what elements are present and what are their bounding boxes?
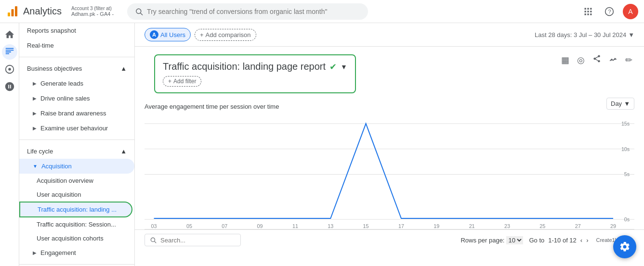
- rows-select[interactable]: 10 25 50: [506, 236, 523, 244]
- page-info: 1-10 of 12: [548, 237, 577, 244]
- drive-online-sales-item[interactable]: ▶ Drive online sales: [19, 91, 134, 106]
- traffic-acquisition-session-item[interactable]: Traffic acquisition: Session...: [19, 217, 134, 231]
- generate-leads-item[interactable]: ▶ Generate leads: [19, 76, 134, 91]
- dropdown-icon[interactable]: ▼: [341, 63, 347, 71]
- svg-text:27: 27: [575, 223, 581, 229]
- settings-fab[interactable]: [613, 235, 636, 258]
- svg-rect-12: [587, 13, 589, 15]
- svg-rect-7: [590, 8, 591, 9]
- user-acquisition-item[interactable]: User acquisition: [19, 188, 134, 202]
- svg-point-17: [8, 68, 11, 71]
- svg-rect-8: [585, 11, 586, 12]
- svg-rect-9: [587, 11, 589, 12]
- add-filter-button[interactable]: + Add filter: [163, 76, 201, 87]
- rows-per-page: Rows per page: 10 25 50: [460, 236, 525, 244]
- pagination: Go to 1-10 of 12 ‹ ›: [529, 237, 588, 244]
- raise-brand-awareness-item[interactable]: ▶ Raise brand awareness: [19, 106, 134, 121]
- svg-text:09: 09: [257, 223, 263, 229]
- chart-title: Average engagement time per session over…: [145, 99, 279, 112]
- day-selector[interactable]: Day ▼: [606, 98, 634, 110]
- report-header-box: Traffic acquisition: landing page report…: [154, 54, 356, 93]
- caret-right-icon-3: ▶: [33, 111, 37, 116]
- search-bar[interactable]: [127, 3, 368, 20]
- business-objectives-header[interactable]: Business objectives ▲: [19, 61, 134, 76]
- topbar: Analytics Account 3 (filter at) Adham.pk…: [0, 0, 644, 23]
- caret-right-icon-5: ▶: [33, 250, 37, 255]
- icon-sidebar: [0, 23, 19, 266]
- svg-rect-11: [585, 13, 586, 15]
- account-info: Account 3 (filter at) Adham.pk - GA4 -: [71, 6, 114, 17]
- acquisition-item[interactable]: ▼ Acquisition: [19, 159, 134, 174]
- all-users-chip[interactable]: A All Users: [145, 28, 191, 41]
- caret-right-icon: ▶: [33, 81, 37, 86]
- filter-plus-icon: +: [168, 78, 171, 85]
- svg-text:23: 23: [504, 223, 510, 229]
- chart-section: Average engagement time per session over…: [135, 99, 644, 229]
- chart-svg: 15s 10s 5s 0s 03 Jul 05 07 09 11 13: [145, 114, 634, 229]
- examine-user-behaviour-item[interactable]: ▶ Examine user behaviour: [19, 121, 134, 136]
- chevron-up-icon-2: ▲: [120, 148, 127, 155]
- bottom-search-icon: [150, 236, 157, 244]
- caret-right-icon-2: ▶: [33, 96, 37, 101]
- svg-text:15: 15: [363, 223, 369, 229]
- filter-bar: A All Users + Add comparison Last 28 day…: [135, 23, 644, 47]
- chart-line: [154, 124, 613, 218]
- reports-snapshot-label: Reports snapshot: [27, 27, 76, 34]
- trend-icon[interactable]: [607, 52, 619, 67]
- svg-rect-2: [15, 6, 17, 16]
- svg-text:?: ?: [608, 9, 611, 14]
- reports-nav-icon[interactable]: [2, 44, 17, 60]
- bar-chart-icon[interactable]: ▦: [559, 53, 571, 67]
- main-content: A All Users + Add comparison Last 28 day…: [135, 23, 644, 266]
- check-icon: ✔: [329, 62, 337, 72]
- acquisition-overview-item[interactable]: Acquisition overview: [19, 174, 134, 188]
- svg-text:07: 07: [222, 223, 227, 229]
- compare-icon[interactable]: ◎: [575, 53, 587, 67]
- main-layout: Reports snapshot Real-time Business obje…: [0, 23, 644, 266]
- svg-line-4: [141, 13, 143, 15]
- svg-text:05: 05: [186, 223, 192, 229]
- svg-rect-1: [12, 9, 14, 16]
- caret-right-icon-4: ▶: [33, 126, 37, 131]
- chart-container: 15s 10s 5s 0s 03 Jul 05 07 09 11 13: [145, 114, 634, 229]
- life-cycle-header[interactable]: Life cycle ▲: [19, 144, 134, 159]
- caret-down-icon: ▼: [33, 164, 38, 169]
- svg-rect-6: [587, 8, 589, 9]
- svg-rect-0: [8, 13, 10, 16]
- user-acquisition-cohorts-item[interactable]: User acquisition cohorts: [19, 231, 134, 245]
- advertising-nav-icon[interactable]: [2, 79, 17, 94]
- svg-text:5s: 5s: [624, 171, 630, 177]
- apps-button[interactable]: [580, 4, 596, 19]
- svg-text:Jul: Jul: [151, 228, 158, 229]
- date-range[interactable]: Last 28 days: 3 Jul – 30 Jul 2024 ▼: [535, 31, 634, 38]
- home-nav-icon[interactable]: [2, 27, 17, 42]
- avatar[interactable]: A: [623, 4, 638, 19]
- traffic-acquisition-landing-item[interactable]: Traffic acquisition: landing ...: [19, 202, 132, 217]
- search-input[interactable]: [147, 8, 360, 15]
- logo: Analytics: [6, 5, 62, 18]
- search-icon: [135, 7, 143, 16]
- edit-icon[interactable]: ✏: [623, 53, 634, 67]
- explore-nav-icon[interactable]: [2, 62, 17, 77]
- help-button[interactable]: ?: [602, 4, 617, 19]
- add-comparison-button[interactable]: + Add comparison: [195, 29, 256, 41]
- bottom-search[interactable]: [145, 234, 241, 246]
- bottom-search-input[interactable]: [160, 237, 236, 244]
- share-icon[interactable]: [591, 52, 603, 67]
- svg-text:19: 19: [434, 223, 439, 229]
- chart-toolbar: ▦ ◎ ✏: [559, 49, 634, 67]
- plus-icon: +: [200, 31, 204, 38]
- svg-text:17: 17: [398, 223, 404, 229]
- svg-text:25: 25: [539, 223, 545, 229]
- svg-rect-13: [590, 13, 591, 15]
- real-time-item[interactable]: Real-time: [19, 38, 134, 53]
- analytics-logo-icon: [6, 5, 19, 18]
- svg-text:0s: 0s: [624, 216, 630, 222]
- date-chevron-icon: ▼: [628, 31, 634, 38]
- reports-snapshot-item[interactable]: Reports snapshot: [19, 23, 134, 38]
- engagement-item[interactable]: ▶ Engagement: [19, 245, 134, 260]
- next-page-icon[interactable]: ›: [586, 237, 588, 244]
- prev-page-icon[interactable]: ‹: [580, 237, 582, 244]
- all-users-chip-icon: A: [150, 30, 158, 39]
- add-filter-label: Add filter: [173, 78, 196, 85]
